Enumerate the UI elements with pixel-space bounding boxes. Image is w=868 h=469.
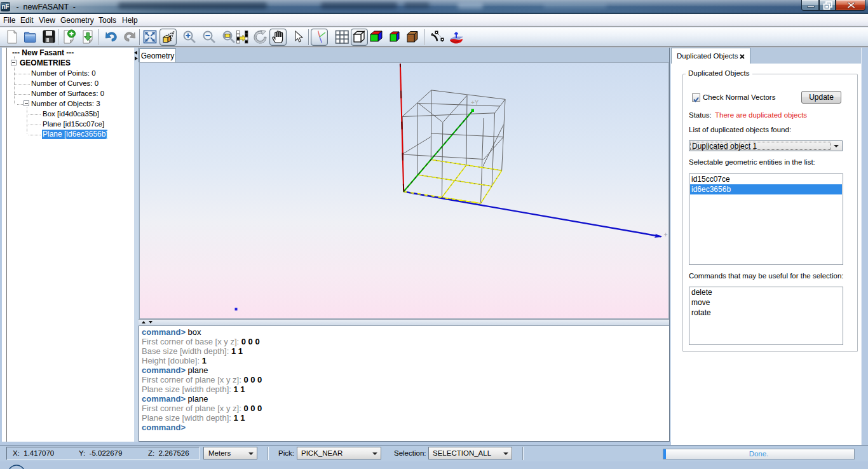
svg-text:+: +	[664, 231, 668, 238]
svg-text:+Y: +Y	[471, 99, 479, 106]
